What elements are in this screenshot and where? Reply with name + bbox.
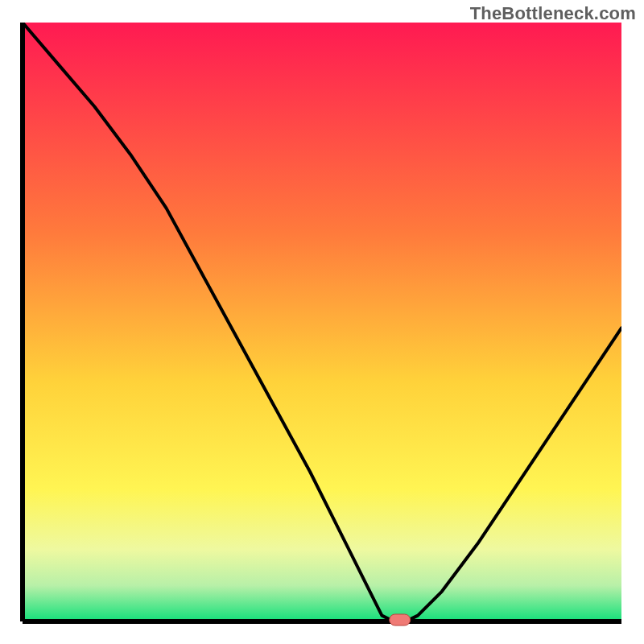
optimal-marker xyxy=(390,614,411,625)
chart-frame: TheBottleneck.com xyxy=(0,0,644,644)
plot-background xyxy=(23,23,621,621)
watermark-text: TheBottleneck.com xyxy=(470,3,636,24)
chart-svg xyxy=(0,0,644,644)
